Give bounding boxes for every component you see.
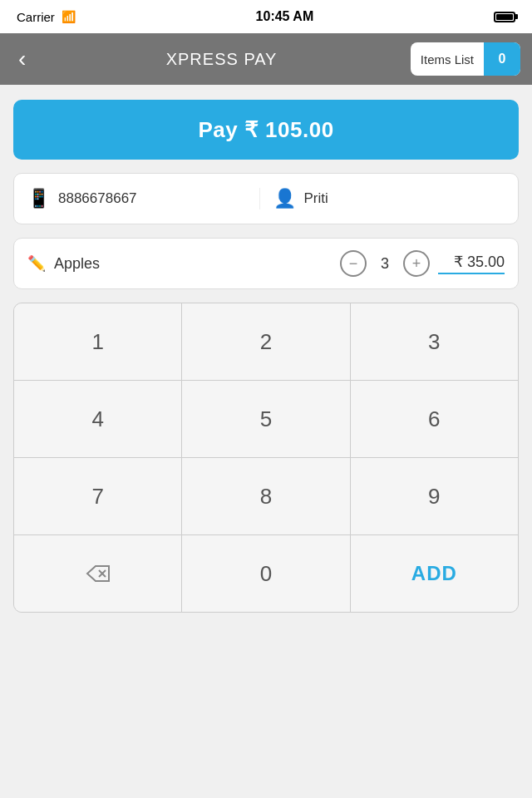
edit-icon[interactable]: ✏️ <box>27 254 46 273</box>
user-icon: 👤 <box>273 188 296 209</box>
quantity-controls: − 3 + <box>340 250 430 277</box>
name-info: 👤 Priti <box>259 188 505 209</box>
phone-number: 8886678667 <box>58 190 137 207</box>
carrier-text: Carrier <box>17 10 55 24</box>
key-8[interactable]: 8 <box>182 458 350 534</box>
numpad-row-3: 7 8 9 <box>14 458 518 535</box>
status-bar-time: 10:45 AM <box>256 9 314 24</box>
item-name: Apples <box>54 255 332 273</box>
main-content: Pay ₹ 105.00 📱 8886678667 👤 Priti ✏️ App… <box>0 85 532 628</box>
info-row: 📱 8886678667 👤 Priti <box>13 173 519 224</box>
battery-icon <box>494 12 515 22</box>
status-bar-left: Carrier 📶 <box>17 10 76 24</box>
key-2[interactable]: 2 <box>182 303 350 380</box>
pay-button[interactable]: Pay ₹ 105.00 <box>13 100 519 160</box>
quantity-value: 3 <box>377 255 393 273</box>
header-title: XPRESS PAY <box>42 50 400 69</box>
phone-icon: 📱 <box>27 188 50 209</box>
key-4[interactable]: 4 <box>14 381 182 457</box>
increase-quantity-button[interactable]: + <box>403 250 430 277</box>
numpad-row-2: 4 5 6 <box>14 381 518 458</box>
key-3[interactable]: 3 <box>351 303 518 380</box>
item-row: ✏️ Apples − 3 + ₹ 35.00 <box>13 238 519 289</box>
key-0[interactable]: 0 <box>182 535 350 612</box>
numpad-row-1: 1 2 3 <box>14 303 518 381</box>
numpad: 1 2 3 4 5 6 7 8 9 0 ADD <box>13 303 519 613</box>
key-9[interactable]: 9 <box>351 458 518 534</box>
back-button[interactable]: ‹ <box>12 47 32 71</box>
header: ‹ XPRESS PAY Items List 0 <box>0 33 532 85</box>
key-7[interactable]: 7 <box>14 458 182 534</box>
key-1[interactable]: 1 <box>14 303 182 380</box>
phone-info: 📱 8886678667 <box>27 188 259 209</box>
key-6[interactable]: 6 <box>351 381 518 457</box>
decrease-quantity-button[interactable]: − <box>340 250 367 277</box>
items-list-badge: 0 <box>484 42 520 76</box>
wifi-icon: 📶 <box>62 10 76 23</box>
items-list-button[interactable]: Items List 0 <box>411 42 520 76</box>
add-key[interactable]: ADD <box>351 535 518 612</box>
status-bar: Carrier 📶 10:45 AM <box>0 0 532 33</box>
backspace-key[interactable] <box>14 535 182 612</box>
customer-name: Priti <box>304 190 328 207</box>
numpad-row-4: 0 ADD <box>14 535 518 612</box>
item-price: ₹ 35.00 <box>438 253 505 274</box>
items-list-label: Items List <box>411 52 484 66</box>
key-5[interactable]: 5 <box>182 381 350 457</box>
status-bar-right <box>494 12 515 22</box>
